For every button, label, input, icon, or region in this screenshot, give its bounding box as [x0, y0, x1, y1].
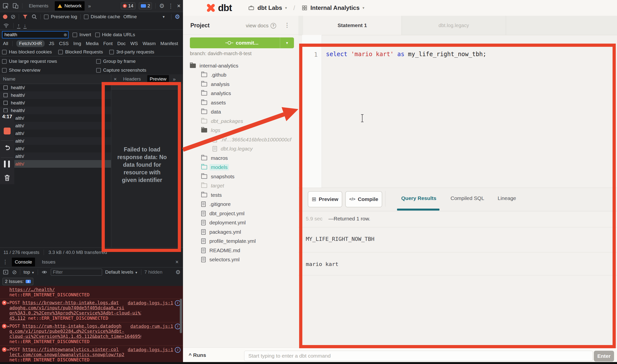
- request-row[interactable]: health/: [0, 91, 111, 99]
- sql-code-line[interactable]: select 'mario kart' as my_life_right_now…: [326, 51, 486, 58]
- tree-item-analytics[interactable]: analytics: [183, 89, 298, 98]
- type-filter-css[interactable]: CSS: [58, 40, 69, 47]
- tab-query-results[interactable]: Query Results: [401, 195, 436, 201]
- runs-toggle[interactable]: ^ Runs: [189, 352, 206, 358]
- drawer-kebab-icon[interactable]: ⋮: [2, 259, 8, 265]
- kebab-menu-icon[interactable]: ⋮: [168, 3, 174, 9]
- tree-item-models[interactable]: models: [183, 163, 298, 172]
- close-detail-icon[interactable]: ×: [114, 76, 117, 82]
- issues-count-badge[interactable]: 2: [139, 2, 152, 9]
- tree-item-selectors-yml[interactable]: selectors.yml: [183, 255, 298, 265]
- tab-dbt-log-legacy[interactable]: dbt.log.legacy: [402, 16, 506, 35]
- network-settings-gear-icon[interactable]: ⚙: [175, 13, 180, 20]
- tree-item-target[interactable]: target: [183, 181, 298, 191]
- clear-console-icon[interactable]: ⊘: [12, 269, 17, 276]
- inspect-element-icon[interactable]: [2, 3, 9, 9]
- undo-icon[interactable]: [3, 144, 11, 151]
- tab-headers[interactable]: Headers: [121, 75, 143, 83]
- export-har-icon[interactable]: ↓: [24, 24, 26, 27]
- type-filter-fetch-xhr[interactable]: Fetch/XHR: [16, 40, 45, 47]
- log-levels-dropdown[interactable]: Default levels▼: [105, 269, 138, 275]
- stop-recording-button[interactable]: [4, 128, 11, 134]
- tree-item-dbt-project-yml[interactable]: dbt_project.yml: [183, 209, 298, 218]
- more-detail-tabs-chevron[interactable]: »: [173, 76, 176, 82]
- console-sidebar-icon[interactable]: [2, 269, 9, 275]
- request-url[interactable]: https://…/health/: [9, 287, 55, 292]
- request-row[interactable]: health/: [0, 99, 111, 107]
- tree-item-nf-3665c416bfecb1000000cf[interactable]: .nf…3665c416bfecb1000000cf: [183, 135, 298, 144]
- request-row[interactable]: alth/: [0, 122, 111, 130]
- type-filter-img[interactable]: Img: [73, 40, 82, 47]
- request-row[interactable]: health/: [0, 107, 111, 114]
- issues-summary-chip[interactable]: 2 Issues: 2: [2, 278, 33, 285]
- info-icon[interactable]: i: [175, 347, 181, 353]
- console-scrollbar[interactable]: [180, 299, 182, 333]
- eye-icon[interactable]: [41, 269, 48, 275]
- tree-item-assets[interactable]: assets: [183, 98, 298, 107]
- account-switcher[interactable]: dbt Labs: [257, 4, 282, 11]
- request-row[interactable]: health/: [0, 84, 111, 91]
- tree-item-deployment-yml[interactable]: deployment.yml: [183, 218, 298, 228]
- more-tabs-chevron[interactable]: »: [88, 3, 91, 9]
- request-url[interactable]: https://fishtownanalytics.sinter-col: [22, 347, 119, 352]
- tree-item-readme-md[interactable]: README.md: [183, 246, 298, 255]
- throttling-dropdown[interactable]: Offline▼: [123, 14, 165, 19]
- request-url[interactable]: on%3A3.0.2%2Cenv%3Aprod%2Cservice%3Adbt-…: [9, 310, 141, 315]
- tab-console[interactable]: Console: [12, 258, 35, 266]
- network-filter-input[interactable]: [2, 31, 69, 38]
- clear-filter-icon[interactable]: ⊗: [64, 32, 67, 37]
- request-url[interactable]: cloud-ui%2Cversion%3A1.1.45.112&batch_ti…: [9, 334, 141, 339]
- request-url[interactable]: https://browser-http-intake.logs.dat: [22, 300, 119, 305]
- disable-cache-checkbox[interactable]: Disable cache: [84, 14, 120, 19]
- request-url[interactable]: lect.com/com.snowplowanalytics.snowplow/…: [9, 352, 124, 357]
- show-overview-checkbox[interactable]: Show overview: [2, 67, 40, 73]
- error-count-badge[interactable]: ✕14: [121, 2, 135, 9]
- hide-data-urls-checkbox[interactable]: Hide data URLs: [95, 32, 135, 37]
- delete-recording-icon[interactable]: [3, 174, 11, 182]
- capture-screenshots-checkbox[interactable]: Capture screenshots: [96, 67, 146, 73]
- invert-checkbox[interactable]: Invert: [73, 32, 91, 37]
- type-filter-all[interactable]: All: [2, 40, 9, 47]
- view-docs-link[interactable]: view docs?: [246, 23, 276, 29]
- settings-gear-icon[interactable]: ⚙: [159, 2, 164, 9]
- group-by-frame-checkbox[interactable]: Group by frame: [96, 59, 136, 64]
- dbt-command-input[interactable]: [244, 351, 593, 361]
- tree-item-macros[interactable]: macros: [183, 153, 298, 163]
- third-party-requests-checkbox[interactable]: 3rd-party requests: [109, 49, 154, 55]
- tab-elements[interactable]: Elements: [26, 1, 51, 11]
- tree-item-internal-analytics[interactable]: internal-analytics: [183, 61, 298, 70]
- project-switcher[interactable]: Internal Analytics: [310, 4, 360, 11]
- request-url[interactable]: adoghq.com/v1/input/pub740de5f405dcdaa9……: [9, 305, 124, 310]
- type-filter-doc[interactable]: Doc: [117, 40, 126, 47]
- tree-item-analysis[interactable]: analysis: [183, 80, 298, 89]
- source-link[interactable]: datadog-logs.js:1: [128, 300, 173, 305]
- tab-lineage[interactable]: Lineage: [498, 195, 516, 201]
- tree-item-github[interactable]: .github: [183, 70, 298, 80]
- clear-network-log-icon[interactable]: ⊘: [11, 13, 16, 20]
- tab-issues[interactable]: Issues: [39, 258, 58, 266]
- blocked-requests-checkbox[interactable]: Blocked Requests: [58, 49, 103, 55]
- tab-compiled-sql[interactable]: Compiled SQL: [451, 195, 484, 201]
- tree-item-tests[interactable]: tests: [183, 190, 298, 200]
- type-filter-js[interactable]: JS: [48, 40, 55, 47]
- request-url[interactable]: q.com/v1/input/pube02284…d%2Cservice%3Ad…: [9, 329, 124, 334]
- name-column-header[interactable]: Name: [3, 76, 16, 82]
- type-filter-ws[interactable]: WS: [130, 40, 139, 47]
- tree-item-gitignore[interactable]: .gitignore: [183, 200, 298, 209]
- commit-dropdown-chevron[interactable]: ▾: [280, 37, 294, 48]
- filter-funnel-icon[interactable]: [22, 14, 28, 20]
- search-icon[interactable]: [31, 14, 37, 20]
- source-link[interactable]: datadog-logs.js:1: [128, 347, 173, 352]
- tree-item-dbt-packages[interactable]: dbt_packages: [183, 116, 298, 126]
- request-row[interactable]: alth/: [0, 152, 111, 160]
- type-filter-wasm[interactable]: Wasm: [142, 40, 156, 47]
- tab-preview[interactable]: Preview: [147, 75, 169, 83]
- expand-caret-icon[interactable]: ▶: [7, 324, 9, 329]
- tree-item-dbt-log-legacy[interactable]: dbt.log.legacy: [183, 144, 298, 154]
- request-row[interactable]: alth/: [0, 114, 111, 122]
- console-filter-input[interactable]: [51, 269, 102, 276]
- type-filter-font[interactable]: Font: [103, 40, 113, 47]
- tab-network[interactable]: Network: [55, 1, 85, 11]
- request-url[interactable]: https://rum-http-intake.logs.datadogh: [22, 323, 121, 329]
- tree-item-profile-template-yml[interactable]: profile_template.yml: [183, 237, 298, 246]
